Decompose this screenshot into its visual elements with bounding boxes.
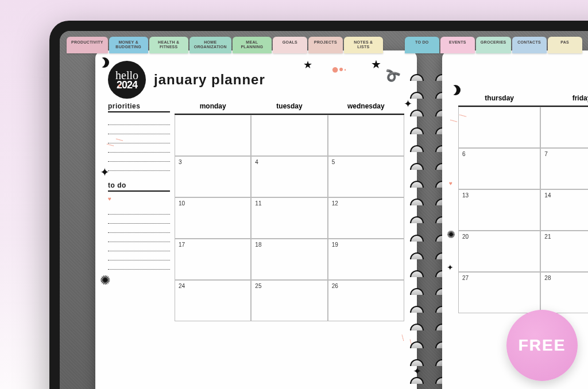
tab-health[interactable]: HEALTH & FITNESS (149, 37, 188, 53)
day-header: tuesday (251, 102, 327, 115)
priority-line[interactable] (108, 116, 170, 125)
tab-notes[interactable]: NOTES & LISTS (344, 37, 383, 53)
heart-icon: ♥ (118, 84, 121, 88)
star-icon: ✦ (100, 165, 110, 179)
calendar-cell[interactable]: 4 (251, 156, 327, 197)
tab-to[interactable]: TO DO (405, 37, 439, 53)
calendar-cell[interactable]: 13 (458, 189, 540, 231)
tab-projects[interactable]: PROJECTS (308, 37, 343, 53)
calendar-cell[interactable]: 14 (540, 189, 588, 231)
tab-pas[interactable]: PAS (548, 37, 582, 53)
burst-icon: ✺ (100, 273, 110, 287)
star-icon: ★ (371, 57, 381, 71)
priorities-heading: priorities (108, 102, 170, 112)
todo-line[interactable] (108, 233, 170, 242)
todo-line[interactable] (108, 260, 170, 270)
free-text: FREE (519, 336, 566, 355)
calendar-cell[interactable]: 7 (540, 148, 588, 189)
calendar-cell[interactable]: 18 (251, 239, 327, 280)
calendar-cell[interactable]: 20 (458, 231, 540, 272)
todo-line[interactable] (108, 215, 170, 224)
star-icon: ✦ (447, 263, 454, 272)
calendar-cell[interactable]: 3 (175, 156, 251, 197)
tab-contacts[interactable]: CONTACTS (512, 37, 547, 53)
tab-money[interactable]: MONEY & BUDGETING (109, 37, 148, 53)
calendar-cell[interactable]: 10 (175, 197, 251, 239)
calendar-cell[interactable]: 24 (175, 280, 251, 321)
tab-home[interactable]: HOME ORGANIZATION (189, 37, 231, 53)
calendar-cell[interactable]: 27 (458, 272, 540, 313)
dots-icon: ●•· (331, 62, 347, 77)
todo-line[interactable] (108, 224, 170, 233)
calendar-cell[interactable]: 12 (328, 197, 404, 239)
tablet-frame: PRODUCTIVITYMONEY & BUDGETINGHEALTH & FI… (49, 21, 588, 389)
page-header: hello 2024 ♥ january planner ★ ●•· ★ ➰ (108, 61, 404, 99)
calendar-cell[interactable] (540, 107, 588, 148)
priority-line[interactable] (108, 162, 170, 171)
tab-groceries[interactable]: GROCERIES (476, 37, 511, 53)
todo-line[interactable] (108, 242, 170, 251)
calendar-cell[interactable]: 11 (251, 197, 327, 239)
calendar-cell[interactable]: 19 (328, 239, 404, 280)
priority-line[interactable] (108, 125, 170, 134)
heart-icon: ♥ (108, 196, 111, 202)
spiral-binding (417, 50, 442, 389)
priority-line[interactable] (108, 153, 170, 162)
free-badge: FREE (506, 310, 578, 381)
page-left: hello 2024 ♥ january planner ★ ●•· ★ ➰ p… (95, 50, 417, 389)
calendar-cell[interactable] (175, 115, 251, 156)
calendar-left: mondaytuesdaywednesday345101112171819242… (175, 102, 404, 321)
calendar-cell[interactable] (458, 107, 540, 148)
todo-line[interactable] (108, 205, 170, 215)
calendar-cell[interactable]: 26 (328, 280, 404, 321)
calendar-right: thursdayfriday67131420212728 (458, 94, 588, 313)
moon-icon (450, 85, 461, 95)
burst-icon: ✺ (447, 228, 455, 241)
star-icon: ★ (303, 59, 312, 71)
heart-icon: ♥ (449, 180, 452, 186)
planner-tabs: PRODUCTIVITYMONEY & BUDGETINGHEALTH & FI… (67, 37, 582, 53)
day-header: friday (540, 94, 588, 107)
calendar-cell[interactable]: 6 (458, 148, 540, 189)
calendar-cell[interactable] (328, 115, 404, 156)
calendar-cell[interactable]: 21 (540, 231, 588, 272)
day-header: monday (175, 102, 251, 115)
tab-meal[interactable]: MEAL PLANNING (233, 37, 272, 53)
calendar-cell[interactable]: 28 (540, 272, 588, 313)
tab-goals[interactable]: GOALS (273, 37, 307, 53)
calendar-cell[interactable] (251, 115, 327, 156)
tab-events[interactable]: EVENTS (440, 37, 475, 53)
day-header: wednesday (328, 102, 404, 115)
calendar-cell[interactable]: 5 (328, 156, 404, 197)
sidebar: priorities ⟍⟍ ✦ to do ♥ (108, 102, 175, 321)
page-title: january planner (154, 72, 265, 88)
tab-productivity[interactable]: PRODUCTIVITY (67, 37, 108, 53)
todo-line[interactable] (108, 251, 170, 260)
hello-2024-badge: hello 2024 ♥ (108, 61, 146, 99)
calendar-cell[interactable]: 17 (175, 239, 251, 280)
main-grid: priorities ⟍⟍ ✦ to do ♥ (108, 102, 404, 321)
calendar-cell[interactable]: 25 (251, 280, 327, 321)
squiggle-icon: ➰ (382, 67, 401, 86)
day-header: thursday (458, 94, 540, 107)
todo-heading: to do (108, 181, 170, 192)
